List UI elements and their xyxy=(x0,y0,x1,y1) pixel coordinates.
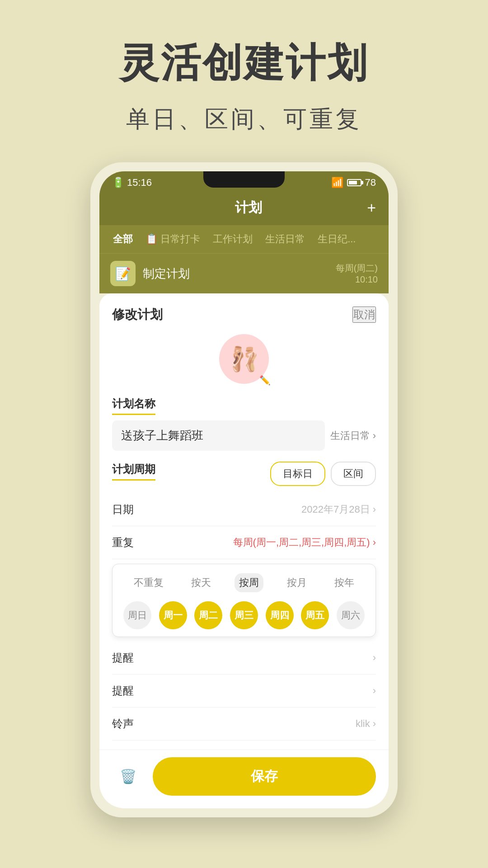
repeat-picker: 不重复 按天 按周 按月 按年 周日 周一 周二 周三 周四 周五 周六 xyxy=(112,564,376,637)
plan-list-item[interactable]: 📝 制定计划 每周(周二) 10:10 xyxy=(99,253,389,293)
category-selector[interactable]: 生活日常 › xyxy=(330,429,376,443)
period-field-label: 计划周期 xyxy=(112,462,155,481)
delete-button[interactable]: 🗑️ xyxy=(112,761,144,793)
date-label: 日期 xyxy=(112,502,134,517)
avatar-emoji: 🩰 xyxy=(230,345,259,373)
time-display: 15:16 xyxy=(127,177,152,189)
date-value: 2022年7月28日 xyxy=(301,503,370,516)
file-icon: 🔋 xyxy=(112,177,124,189)
repeat-value: 每周(周一,周二,周三,周四,周五) xyxy=(233,536,370,549)
status-left: 🔋 15:16 xyxy=(112,177,152,189)
ringtone-row: 铃声 klik › xyxy=(112,708,376,741)
reminder-label-2: 提醒 xyxy=(112,684,134,698)
chevron-right-icon: › xyxy=(373,718,376,730)
battery-level: 78 xyxy=(365,177,376,189)
plan-item-time: 10:10 xyxy=(336,274,378,285)
repeat-row: 重复 每周(周一,周二,周三,周四,周五) › xyxy=(112,526,376,559)
avatar[interactable]: 🩰 ✏️ xyxy=(219,334,269,384)
reminder-value-1[interactable]: › xyxy=(373,652,376,664)
plan-item-schedule: 每周(周二) 10:10 xyxy=(336,262,378,285)
chevron-right-icon: › xyxy=(373,537,376,548)
ringtone-value: klik xyxy=(356,718,370,730)
repeat-type-none[interactable]: 不重复 xyxy=(129,573,168,592)
name-input-row: 生活日常 › xyxy=(112,420,376,451)
status-right: 📶 78 xyxy=(331,177,376,189)
tab-birthday[interactable]: 生日纪... xyxy=(311,230,362,249)
wifi-icon: 📶 xyxy=(331,177,343,189)
name-field-label: 计划名称 xyxy=(112,396,155,415)
reminder-label-1: 提醒 xyxy=(112,651,134,665)
ringtone-value-row[interactable]: klik › xyxy=(356,718,376,730)
repeat-label: 重复 xyxy=(112,535,134,550)
add-plan-button[interactable]: + xyxy=(367,199,376,217)
status-bar: 🔋 15:16 📶 78 xyxy=(99,171,389,192)
plan-name-input[interactable] xyxy=(112,420,325,451)
plan-item-icon: 📝 xyxy=(110,261,136,286)
reminder-row-1: 提醒 › xyxy=(112,642,376,675)
plan-item-name: 制定计划 xyxy=(143,266,328,282)
category-label: 生活日常 xyxy=(330,429,370,443)
edit-icon: ✏️ xyxy=(259,375,271,386)
notch xyxy=(203,171,285,188)
repeat-type-list: 不重复 按天 按周 按月 按年 xyxy=(120,573,368,592)
battery-fill xyxy=(349,181,357,184)
reminder-value-2[interactable]: › xyxy=(373,685,376,697)
period-target-day-button[interactable]: 目标日 xyxy=(270,462,325,486)
weekday-tue[interactable]: 周二 xyxy=(194,601,222,629)
name-field-section: 计划名称 xyxy=(112,396,376,420)
phone-screen: 🔋 15:16 📶 78 计划 + 全部 📋 日常打卡 工作计划 生活日常 生日… xyxy=(99,171,389,808)
weekday-sun[interactable]: 周日 xyxy=(123,601,151,629)
page-title: 灵活创建计划 xyxy=(119,36,369,90)
chevron-right-icon: › xyxy=(373,504,376,515)
chevron-right-icon: › xyxy=(373,652,376,664)
period-range-button[interactable]: 区间 xyxy=(331,462,376,486)
weekday-thu[interactable]: 周四 xyxy=(266,601,294,629)
repeat-value-row[interactable]: 每周(周一,周二,周三,周四,周五) › xyxy=(233,536,376,549)
tab-work[interactable]: 工作计划 xyxy=(206,230,259,249)
ringtone-label: 铃声 xyxy=(112,717,134,731)
date-value-row[interactable]: 2022年7月28日 › xyxy=(301,503,376,516)
repeat-type-year[interactable]: 按年 xyxy=(330,573,359,592)
edit-form-title: 修改计划 xyxy=(112,306,163,323)
tab-all[interactable]: 全部 xyxy=(107,230,139,249)
main-content: 修改计划 取消 🩰 ✏️ 计划名称 生活日常 › xyxy=(99,293,389,750)
weekday-sat[interactable]: 周六 xyxy=(337,601,365,629)
weekday-fri[interactable]: 周五 xyxy=(301,601,329,629)
phone-frame: 🔋 15:16 📶 78 计划 + 全部 📋 日常打卡 工作计划 生活日常 生日… xyxy=(90,162,398,817)
avatar-section: 🩰 ✏️ xyxy=(112,334,376,384)
save-button[interactable]: 保存 xyxy=(153,757,376,796)
chevron-right-icon: › xyxy=(373,685,376,697)
reminder-row-2: 提醒 › xyxy=(112,675,376,708)
period-section: 计划周期 目标日 区间 xyxy=(112,462,376,486)
cancel-button[interactable]: 取消 xyxy=(352,307,376,323)
battery-icon xyxy=(347,179,361,186)
page-subtitle: 单日、区间、可重复 xyxy=(126,104,362,135)
bottom-bar: 🗑️ 保存 xyxy=(99,750,389,808)
tab-bar: 全部 📋 日常打卡 工作计划 生活日常 生日纪... xyxy=(99,225,389,253)
period-buttons: 目标日 区间 xyxy=(270,462,376,486)
weekday-selector: 周日 周一 周二 周三 周四 周五 周六 xyxy=(120,601,368,629)
repeat-type-week[interactable]: 按周 xyxy=(235,573,263,592)
weekday-wed[interactable]: 周三 xyxy=(230,601,258,629)
chevron-right-icon: › xyxy=(373,430,376,442)
repeat-type-day[interactable]: 按天 xyxy=(187,573,216,592)
edit-header: 修改计划 取消 xyxy=(112,306,376,323)
weekday-mon[interactable]: 周一 xyxy=(159,601,187,629)
tab-daily[interactable]: 📋 日常打卡 xyxy=(139,230,206,249)
date-row: 日期 2022年7月28日 › xyxy=(112,493,376,526)
repeat-type-month[interactable]: 按月 xyxy=(282,573,311,592)
app-header: 计划 + xyxy=(99,192,389,225)
tab-life[interactable]: 生活日常 xyxy=(259,230,311,249)
app-header-title: 计划 xyxy=(130,198,367,217)
plan-item-freq: 每周(周二) xyxy=(336,262,378,274)
